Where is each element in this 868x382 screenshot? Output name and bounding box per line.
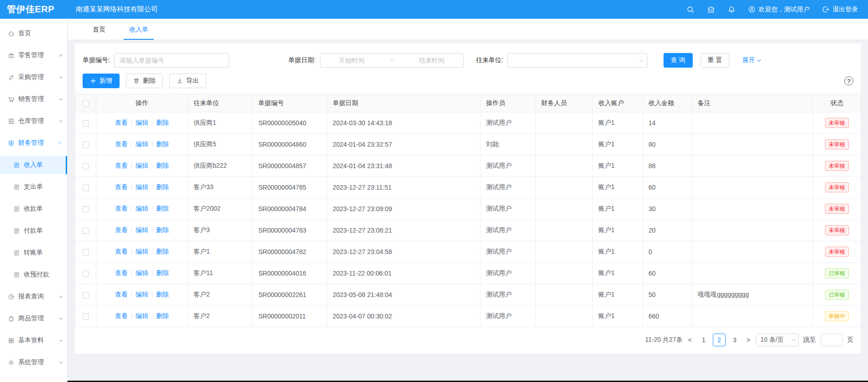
next-page-button[interactable]: > [746, 336, 751, 344]
edit-link[interactable]: 编辑 [136, 226, 148, 233]
delete-link[interactable]: 删除 [156, 205, 169, 212]
row-checkbox[interactable] [83, 163, 89, 170]
edit-link[interactable]: 编辑 [136, 205, 148, 212]
plus-icon [90, 78, 96, 84]
view-link[interactable]: 查看 [115, 248, 128, 255]
view-link[interactable]: 查看 [115, 205, 128, 212]
sidebar-item-receipt-doc[interactable]: 收款单 [0, 200, 67, 218]
row-actions: 查看编辑删除 [96, 112, 188, 134]
delete-link[interactable]: 删除 [156, 291, 169, 298]
row-checkbox[interactable] [83, 206, 89, 212]
sidebar-item-sales[interactable]: 销售管理 [0, 90, 67, 108]
sidebar-item-transfer-doc[interactable]: 转账单 [0, 244, 67, 262]
page-button-3[interactable]: 3 [728, 334, 741, 346]
sidebar-item-income-doc[interactable]: 收入单 [0, 156, 67, 174]
view-link[interactable]: 查看 [115, 291, 128, 298]
table-row: 查看编辑删除客户1SR000000047822023-12-27 23:04:5… [75, 241, 861, 263]
expand-link[interactable]: 展开 [742, 56, 760, 64]
export-button[interactable]: 导出 [169, 74, 206, 88]
select-all-checkbox[interactable] [83, 101, 89, 107]
view-link[interactable]: 查看 [115, 226, 128, 233]
logout-text: 退出登录 [832, 5, 858, 14]
table-row: 查看编辑删除客户33SR000000047852023-12-27 23:11:… [75, 177, 861, 198]
date-range-picker[interactable]: ~ [320, 53, 464, 68]
app-logo: 管伊佳ERP [0, 3, 68, 16]
sidebar-item-payment-doc[interactable]: 付款单 [0, 222, 67, 240]
row-checkbox[interactable] [83, 271, 89, 277]
doc-icon [13, 162, 20, 169]
col-header-status: 状态 [813, 94, 861, 112]
bell-icon[interactable] [727, 5, 736, 14]
jump-page-input[interactable] [821, 334, 842, 346]
tab-home[interactable]: 首页 [87, 19, 111, 40]
view-link[interactable]: 查看 [115, 162, 128, 169]
page-button-1[interactable]: 1 [697, 334, 710, 346]
row-checkbox[interactable] [83, 249, 89, 255]
delete-link[interactable]: 删除 [156, 312, 169, 319]
logout-icon [822, 5, 830, 13]
row-checkbox[interactable] [83, 120, 89, 127]
view-link[interactable]: 查看 [115, 119, 128, 126]
user-circle-icon [748, 5, 756, 13]
chevron-down-icon [639, 58, 643, 61]
tab-bar: 首页 收入单 [68, 19, 868, 40]
cell-partner: 客户3 [188, 220, 253, 241]
bank-icon[interactable] [707, 5, 715, 14]
date-end-input[interactable] [407, 57, 457, 64]
chevron-down-icon [59, 360, 63, 363]
sidebar-item-expense-doc[interactable]: 支出单 [0, 178, 67, 196]
help-icon[interactable]: ? [844, 76, 853, 85]
view-link[interactable]: 查看 [115, 140, 128, 148]
page-size-select[interactable]: 10 条/页 [756, 334, 799, 346]
delete-button[interactable]: 删除 [126, 74, 163, 88]
logout-button[interactable]: 退出登录 [822, 5, 858, 14]
row-checkbox[interactable] [83, 313, 89, 320]
delete-link[interactable]: 删除 [156, 226, 169, 233]
view-link[interactable]: 查看 [115, 269, 128, 276]
page-button-2[interactable]: 2 [713, 334, 726, 346]
edit-link[interactable]: 编辑 [136, 162, 148, 169]
view-link[interactable]: 查看 [115, 312, 128, 319]
view-link[interactable]: 查看 [115, 183, 128, 191]
partner-select[interactable] [507, 53, 648, 68]
search-button[interactable]: 查 询 [664, 53, 693, 68]
row-checkbox[interactable] [83, 142, 89, 148]
sidebar-item-goods[interactable]: 商品管理 [0, 309, 67, 328]
sidebar-item-report[interactable]: 报表查询 [0, 287, 67, 306]
search-icon[interactable] [686, 5, 695, 14]
edit-link[interactable]: 编辑 [136, 312, 148, 319]
prev-page-button[interactable]: < [687, 336, 693, 344]
cell-account: 账户1 [593, 241, 643, 263]
delete-link[interactable]: 删除 [156, 162, 169, 169]
edit-link[interactable]: 编辑 [136, 248, 148, 255]
doc-no-input[interactable] [114, 53, 229, 68]
delete-link[interactable]: 删除 [156, 269, 169, 276]
delete-link[interactable]: 删除 [156, 119, 169, 126]
sales-icon [8, 96, 15, 103]
sidebar-item-finance[interactable]: 财务管理 [0, 134, 67, 152]
welcome-user[interactable]: 欢迎您，测试用户 [748, 5, 810, 14]
sidebar-item-home[interactable]: 首页 [0, 24, 67, 42]
date-start-input[interactable] [327, 57, 377, 64]
sidebar-item-system[interactable]: 系统管理 [0, 353, 67, 371]
sidebar-item-purchase[interactable]: 采购管理 [0, 68, 67, 86]
row-checkbox[interactable] [83, 292, 89, 298]
delete-link[interactable]: 删除 [156, 183, 169, 191]
add-button[interactable]: 新增 [83, 74, 120, 88]
sidebar-item-warehouse[interactable]: 仓库管理 [0, 112, 67, 130]
sidebar-item-retail[interactable]: 零售管理 [0, 46, 67, 64]
reset-button[interactable]: 重 置 [701, 53, 730, 68]
sidebar-item-basic[interactable]: 基本资料 [0, 331, 67, 350]
edit-link[interactable]: 编辑 [136, 140, 148, 148]
edit-link[interactable]: 编辑 [136, 291, 148, 298]
edit-link[interactable]: 编辑 [136, 269, 148, 276]
tab-income-doc[interactable]: 收入单 [124, 19, 154, 40]
edit-link[interactable]: 编辑 [136, 183, 148, 191]
row-checkbox[interactable] [83, 228, 89, 234]
sidebar-item-advance-doc[interactable]: 收预付款 [0, 265, 67, 284]
row-checkbox[interactable] [83, 185, 89, 191]
edit-link[interactable]: 编辑 [136, 119, 148, 126]
col-header-finance_staff: 财务人员 [536, 94, 593, 112]
delete-link[interactable]: 删除 [156, 248, 169, 255]
delete-link[interactable]: 删除 [156, 140, 169, 148]
